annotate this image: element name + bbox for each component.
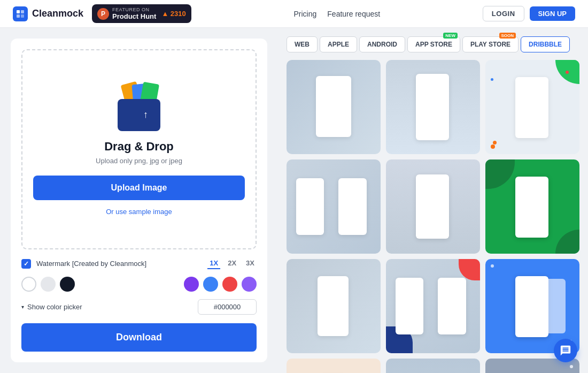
svg-rect-3 xyxy=(21,14,24,18)
swatch-red[interactable] xyxy=(222,277,237,292)
color-picker-label-text: Show color picker xyxy=(27,303,82,311)
template-11[interactable] xyxy=(386,359,480,373)
upload-image-button[interactable]: Upload Image xyxy=(33,176,245,200)
header-left: Cleanmock P FEATURED ON Product Hunt ▲ 2… xyxy=(13,4,191,23)
ph-name: Product Hunt xyxy=(112,12,156,20)
header: Cleanmock P FEATURED ON Product Hunt ▲ 2… xyxy=(0,0,588,28)
nav-feature-request[interactable]: Feature request xyxy=(327,10,380,18)
color-swatches xyxy=(21,277,257,292)
folder-arrow-icon: ↑ xyxy=(143,109,148,120)
template-1[interactable] xyxy=(287,60,381,154)
right-panel: WEB APPLE ANDROID APP STORE NEW PLAY STO… xyxy=(278,28,588,373)
tab-app-store[interactable]: APP STORE NEW xyxy=(407,36,460,52)
soon-badge: SOON xyxy=(499,33,516,39)
tab-apple[interactable]: APPLE xyxy=(320,36,357,52)
swatch-purple[interactable] xyxy=(184,277,199,292)
header-nav: Pricing Feature request xyxy=(294,10,381,18)
nav-pricing[interactable]: Pricing xyxy=(294,10,317,18)
color-picker-toggle[interactable]: ▾ Show color picker xyxy=(21,303,82,311)
swatch-light-gray[interactable] xyxy=(41,277,56,292)
drag-drop-title: Drag & Drop xyxy=(104,140,174,154)
product-hunt-badge[interactable]: P FEATURED ON Product Hunt ▲ 2310 xyxy=(92,4,191,23)
logo-text: Cleanmock xyxy=(32,8,83,19)
header-actions: LOGIN SIGN UP xyxy=(483,6,575,21)
color-hex-input[interactable] xyxy=(198,299,257,315)
template-10[interactable] xyxy=(287,359,381,373)
template-2[interactable] xyxy=(386,60,480,154)
sample-image-link[interactable]: Or use sample image xyxy=(106,208,172,216)
scale-1x-button[interactable]: 1X xyxy=(207,258,220,269)
main-content: PNG ↑ Drag & Drop Upload only png, jpg o… xyxy=(0,28,588,373)
tab-dribbble[interactable]: DRIBBBLE xyxy=(521,36,570,52)
chevron-down-icon: ▾ xyxy=(21,304,24,310)
download-button[interactable]: Download xyxy=(21,323,257,352)
tab-android[interactable]: ANDROID xyxy=(359,36,405,52)
template-7[interactable] xyxy=(287,259,381,353)
chat-button[interactable] xyxy=(554,339,577,362)
tab-web[interactable]: WEB xyxy=(287,36,318,52)
ph-icon: P xyxy=(97,8,109,20)
watermark-label: Watermark [Created by Cleanmock] xyxy=(36,260,202,268)
svg-rect-1 xyxy=(21,10,24,13)
template-3[interactable] xyxy=(485,60,579,154)
template-8[interactable] xyxy=(386,259,480,353)
template-5[interactable] xyxy=(386,159,480,254)
folder-base: ↑ xyxy=(118,99,160,131)
left-panel: PNG ↑ Drag & Drop Upload only png, jpg o… xyxy=(0,28,278,373)
drop-zone[interactable]: PNG ↑ Drag & Drop Upload only png, jpg o… xyxy=(21,49,257,249)
scale-2x-button[interactable]: 2X xyxy=(226,258,238,269)
scale-options: 1X 2X 3X xyxy=(207,258,257,269)
swatch-black[interactable] xyxy=(60,277,75,292)
tabs: WEB APPLE ANDROID APP STORE NEW PLAY STO… xyxy=(287,36,579,52)
ph-count: ▲ 2310 xyxy=(161,10,185,18)
scale-3x-button[interactable]: 3X xyxy=(244,258,257,269)
swatch-violet[interactable] xyxy=(242,277,257,292)
swatch-blue[interactable] xyxy=(203,277,218,292)
svg-rect-2 xyxy=(17,14,20,18)
login-button[interactable]: LOGIN xyxy=(483,6,524,21)
checkbox-check-icon: ✓ xyxy=(24,260,29,268)
logo-icon xyxy=(13,6,28,21)
watermark-row: ✓ Watermark [Created by Cleanmock] 1X 2X… xyxy=(21,258,257,269)
template-4[interactable] xyxy=(287,159,381,254)
color-picker-row: ▾ Show color picker xyxy=(21,299,257,315)
signup-button[interactable]: SIGN UP xyxy=(530,6,575,21)
ph-text: FEATURED ON Product Hunt xyxy=(112,7,156,20)
ph-featured-label: FEATURED ON xyxy=(112,7,156,12)
swatch-white[interactable] xyxy=(21,277,36,292)
template-6[interactable] xyxy=(485,159,579,254)
logo: Cleanmock xyxy=(13,6,83,21)
upload-card: PNG ↑ Drag & Drop Upload only png, jpg o… xyxy=(11,39,267,362)
svg-rect-0 xyxy=(17,10,20,13)
drag-drop-subtitle: Upload only png, jpg or jpeg xyxy=(96,157,182,165)
templates-grid xyxy=(287,60,579,373)
new-badge: NEW xyxy=(443,33,458,39)
options-section: ✓ Watermark [Created by Cleanmock] 1X 2X… xyxy=(21,258,257,352)
watermark-checkbox[interactable]: ✓ xyxy=(21,259,31,269)
tab-play-store[interactable]: PLAY STORE SOON xyxy=(462,36,519,52)
upload-illustration: PNG ↑ xyxy=(112,83,166,131)
